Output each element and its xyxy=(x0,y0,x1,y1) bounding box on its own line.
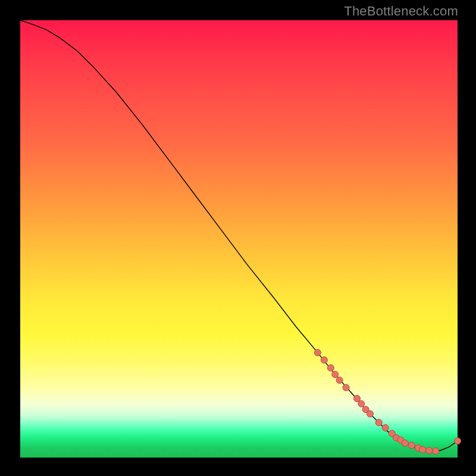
chart-overlay xyxy=(20,20,458,458)
highlight-dot xyxy=(314,349,321,356)
watermark-text: TheBottleneck.com xyxy=(344,4,458,19)
highlight-dot xyxy=(336,377,343,383)
highlight-dots xyxy=(314,349,461,454)
chart-stage: TheBottleneck.com xyxy=(0,0,476,476)
highlight-dot xyxy=(375,419,382,426)
highlight-dot xyxy=(327,365,334,371)
highlight-dot xyxy=(402,440,408,446)
highlight-dot xyxy=(408,442,415,449)
highlight-dot xyxy=(382,425,389,431)
highlight-dot xyxy=(367,411,374,417)
highlight-dot xyxy=(358,400,365,407)
highlight-dot xyxy=(343,384,349,391)
highlight-dot xyxy=(353,395,360,402)
plot-area xyxy=(20,20,458,458)
bottleneck-curve xyxy=(20,20,458,451)
highlight-dot xyxy=(321,357,327,364)
highlight-dot xyxy=(433,447,439,454)
highlight-dot xyxy=(419,446,426,453)
highlight-dot xyxy=(426,447,433,454)
highlight-dot xyxy=(455,438,461,444)
highlight-dot xyxy=(332,371,339,378)
